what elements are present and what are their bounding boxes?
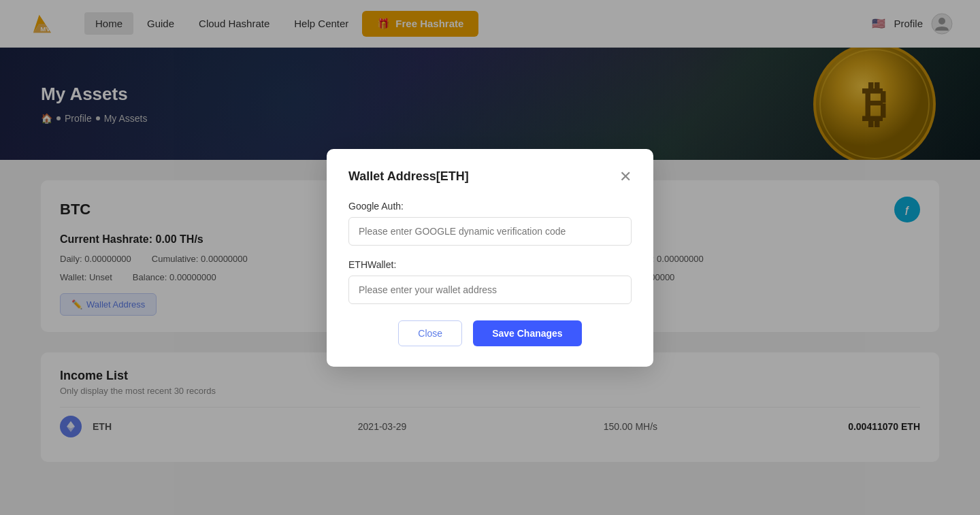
google-auth-label: Google Auth: bbox=[348, 201, 632, 212]
eth-wallet-label: ETHWallet: bbox=[348, 259, 632, 270]
modal-header: Wallet Address[ETH] ✕ bbox=[348, 169, 632, 184]
modal-title: Wallet Address[ETH] bbox=[348, 169, 469, 184]
eth-wallet-group: ETHWallet: bbox=[348, 259, 632, 304]
google-auth-input[interactable] bbox=[348, 217, 632, 246]
save-changes-button[interactable]: Save Chanages bbox=[473, 320, 582, 346]
eth-wallet-input[interactable] bbox=[348, 276, 632, 304]
google-auth-group: Google Auth: bbox=[348, 201, 632, 246]
close-modal-button[interactable]: Close bbox=[398, 320, 462, 346]
modal-close-button[interactable]: ✕ bbox=[619, 169, 632, 184]
modal-overlay: Wallet Address[ETH] ✕ Google Auth: ETHWa… bbox=[0, 0, 980, 515]
modal-actions: Close Save Chanages bbox=[348, 320, 632, 346]
wallet-address-modal: Wallet Address[ETH] ✕ Google Auth: ETHWa… bbox=[327, 149, 653, 367]
